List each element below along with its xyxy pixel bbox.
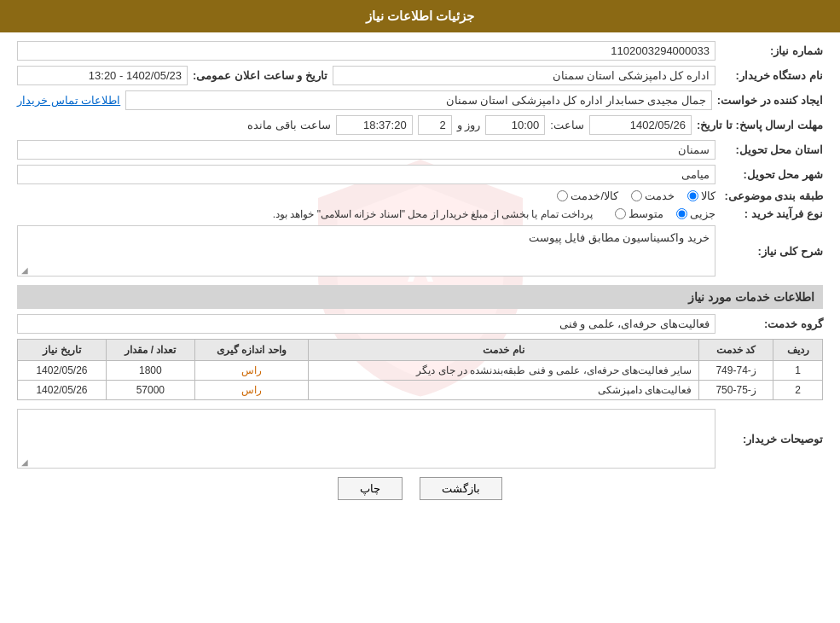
col-quantity: تعداد / مقدار [106, 340, 194, 361]
city-value: میامی [17, 165, 715, 184]
city-label: شهر محل تحویل: [721, 168, 823, 181]
table-row: 2 ز-75-750 فعالیت‌های دامپزشکی راس 57000… [18, 381, 823, 400]
need-number-value: 1102003294000033 [17, 41, 715, 61]
deadline-days: 2 [418, 115, 452, 135]
col-unit: واحد اندازه گیری [194, 340, 308, 361]
deadline-label: مهلت ارسال پاسخ: تا تاریخ: [697, 119, 823, 131]
service-group-row: گروه خدمت: فعالیت‌های حرفه‌ای، علمی و فن… [17, 314, 823, 334]
button-row: بازگشت چاپ [17, 477, 823, 500]
cell-date: 1402/05/26 [18, 381, 107, 400]
print-button[interactable]: چاپ [338, 477, 403, 500]
resize-handle[interactable]: ◢ [20, 265, 28, 274]
cell-name: سایر فعالیت‌های حرفه‌ای، علمی و فنی طبقه… [308, 361, 698, 381]
buyer-notes-row: توصیحات خریدار: ◢ [17, 409, 823, 469]
table-row: 1 ز-74-749 سایر فعالیت‌های حرفه‌ای، علمی… [18, 361, 823, 381]
cell-unit: راس [194, 361, 308, 381]
col-date: تاریخ نیاز [18, 340, 107, 361]
cell-code: ز-74-749 [699, 361, 773, 381]
resize-handle-buyer[interactable]: ◢ [20, 457, 28, 466]
purchase-type-medium[interactable]: متوسط [615, 207, 663, 220]
cell-row: 2 [773, 381, 823, 400]
purchase-type-row: نوع فرآیند خرید : متوسط جزیی پرداخت تمام… [17, 207, 823, 220]
services-section-title: اطلاعات خدمات مورد نیاز [17, 285, 823, 309]
cell-quantity: 57000 [106, 381, 194, 400]
creator-row: ایجاد کننده در خواست: جمال مجیدی حسابدار… [17, 90, 823, 110]
city-row: شهر محل تحویل: میامی [17, 165, 823, 184]
contact-link[interactable]: اطلاعات تماس خریدار [17, 94, 120, 107]
purchase-type-partial[interactable]: جزیی [676, 207, 715, 220]
org-name-label: نام دستگاه خریدار: [721, 69, 823, 82]
category-option-goods[interactable]: کالا [687, 189, 715, 202]
category-option-service[interactable]: خدمت [631, 189, 675, 202]
description-row: شرح کلی نیاز: خرید واکسیناسیون مطابق فای… [17, 225, 823, 277]
buyer-notes-value: ◢ [17, 409, 715, 469]
purchase-type-options: متوسط جزیی [615, 207, 715, 220]
creator-value: جمال مجیدی حسابدار اداره کل دامپزشکی است… [125, 90, 712, 110]
province-row: استان محل تحویل: سمنان [17, 140, 823, 160]
page-header: جزئیات اطلاعات نیاز [0, 0, 840, 32]
col-name: نام خدمت [308, 340, 698, 361]
deadline-time: 10:00 [485, 115, 545, 135]
table-header-row: ردیف کد خدمت نام خدمت واحد اندازه گیری ت… [18, 340, 823, 361]
services-table: ردیف کد خدمت نام خدمت واحد اندازه گیری ت… [17, 339, 823, 400]
announce-date-value: 1402/05/23 - 13:20 [17, 66, 188, 85]
deadline-row: مهلت ارسال پاسخ: تا تاریخ: 1402/05/26 سا… [17, 115, 823, 135]
category-options: کالا/خدمت خدمت کالا [557, 189, 715, 202]
category-row: طبقه بندی موضوعی: کالا/خدمت خدمت کالا [17, 189, 823, 202]
org-name-value: اداره کل دامپزشکی استان سمنان [333, 66, 715, 85]
announce-date-label: تاریخ و ساعت اعلان عمومی: [193, 69, 327, 82]
description-label: شرح کلی نیاز: [721, 245, 823, 258]
payment-note: پرداخت تمام یا بخشی از مبلغ خریدار از مح… [273, 208, 593, 220]
col-row: ردیف [773, 340, 823, 361]
header-title: جزئیات اطلاعات نیاز [366, 9, 474, 23]
deadline-date: 1402/05/26 [589, 115, 692, 135]
category-label: طبقه بندی موضوعی: [721, 189, 823, 202]
description-value: خرید واکسیناسیون مطابق فایل پیوست ◢ [17, 225, 715, 277]
col-code: کد خدمت [699, 340, 773, 361]
cell-quantity: 1800 [106, 361, 194, 381]
back-button[interactable]: بازگشت [420, 477, 502, 500]
cell-unit: راس [194, 381, 308, 400]
province-label: استان محل تحویل: [721, 143, 823, 156]
cell-row: 1 [773, 361, 823, 381]
deadline-time-label: ساعت: [550, 119, 584, 131]
buyer-notes-label: توصیحات خریدار: [721, 433, 823, 445]
service-group-value: فعالیت‌های حرفه‌ای، علمی و فنی [17, 314, 715, 334]
cell-code: ز-75-750 [699, 381, 773, 400]
cell-name: فعالیت‌های دامپزشکی [308, 381, 698, 400]
deadline-remaining: 18:37:20 [336, 115, 413, 135]
need-number-row: شماره نیاز: 1102003294000033 [17, 41, 823, 61]
creator-label: ایجاد کننده در خواست: [717, 94, 823, 107]
deadline-remaining-label: ساعت باقی مانده [247, 119, 330, 131]
service-group-label: گروه خدمت: [721, 317, 823, 330]
cell-date: 1402/05/26 [18, 361, 107, 381]
deadline-day-label: روز و [457, 119, 481, 131]
org-announce-row: نام دستگاه خریدار: اداره کل دامپزشکی است… [17, 66, 823, 85]
need-number-label: شماره نیاز: [721, 44, 823, 57]
purchase-type-label: نوع فرآیند خرید : [721, 207, 823, 220]
category-option-goods-service[interactable]: کالا/خدمت [557, 189, 618, 202]
province-value: سمنان [17, 140, 715, 160]
